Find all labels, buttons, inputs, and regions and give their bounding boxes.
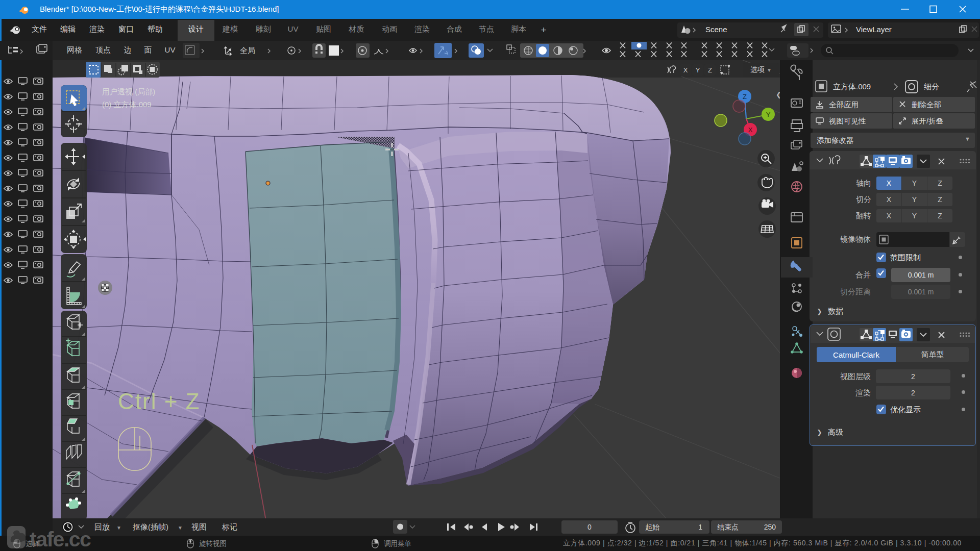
- svg-text:X: X: [748, 126, 753, 134]
- svg-text:全局: 全局: [240, 46, 255, 55]
- svg-text:Y: Y: [766, 111, 771, 118]
- svg-text:Y: Y: [696, 66, 700, 74]
- svg-text:Z: Z: [708, 66, 712, 74]
- svg-text:X: X: [683, 66, 688, 74]
- svg-text:tafe.cc: tafe.cc: [30, 528, 91, 551]
- svg-text:Z: Z: [743, 93, 747, 101]
